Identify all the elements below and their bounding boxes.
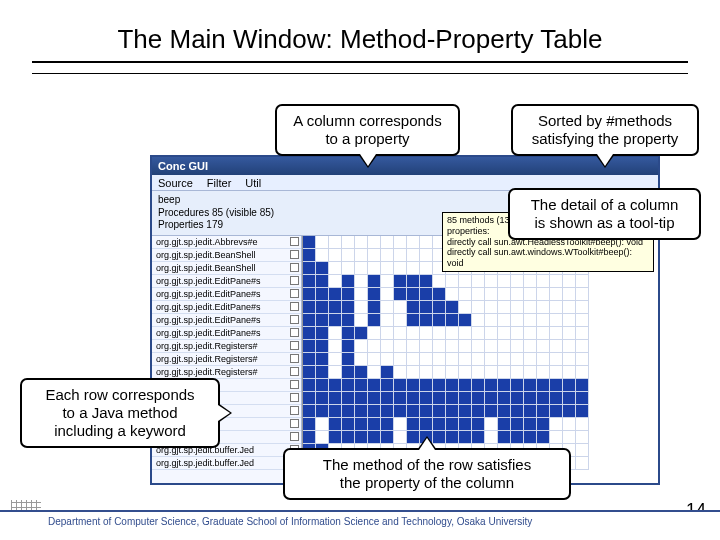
grid-cell[interactable] xyxy=(342,249,355,262)
grid-cell[interactable] xyxy=(420,366,433,379)
grid-cell[interactable] xyxy=(537,340,550,353)
grid-cell[interactable] xyxy=(576,431,589,444)
grid-cell[interactable] xyxy=(342,392,355,405)
grid-cell[interactable] xyxy=(498,314,511,327)
grid-cell[interactable] xyxy=(329,392,342,405)
grid-cell[interactable] xyxy=(303,366,316,379)
grid-cell[interactable] xyxy=(329,288,342,301)
grid-cell[interactable] xyxy=(446,327,459,340)
grid-cell[interactable] xyxy=(446,301,459,314)
grid-cell[interactable] xyxy=(407,353,420,366)
grid-cell[interactable] xyxy=(368,262,381,275)
grid-cell[interactable] xyxy=(329,275,342,288)
grid-cell[interactable] xyxy=(420,275,433,288)
grid-cell[interactable] xyxy=(342,288,355,301)
grid-cell[interactable] xyxy=(485,314,498,327)
grid-cell[interactable] xyxy=(381,340,394,353)
grid-cell[interactable] xyxy=(472,431,485,444)
grid-cell[interactable] xyxy=(355,418,368,431)
grid-cell[interactable] xyxy=(576,353,589,366)
method-row[interactable]: org.gjt.sp.jedit.Registers# xyxy=(152,353,301,366)
grid-cell[interactable] xyxy=(563,366,576,379)
grid-cell[interactable] xyxy=(316,418,329,431)
grid-cell[interactable] xyxy=(303,314,316,327)
grid-cell[interactable] xyxy=(563,405,576,418)
grid-cell[interactable] xyxy=(329,327,342,340)
grid-cell[interactable] xyxy=(355,340,368,353)
grid-cell[interactable] xyxy=(329,262,342,275)
grid-cell[interactable] xyxy=(342,353,355,366)
grid-cell[interactable] xyxy=(355,249,368,262)
grid-cell[interactable] xyxy=(316,353,329,366)
grid-cell[interactable] xyxy=(394,392,407,405)
grid-cell[interactable] xyxy=(329,353,342,366)
grid-cell[interactable] xyxy=(368,314,381,327)
grid-cell[interactable] xyxy=(368,431,381,444)
grid-cell[interactable] xyxy=(576,288,589,301)
grid-cell[interactable] xyxy=(550,314,563,327)
grid-cell[interactable] xyxy=(329,366,342,379)
grid-cell[interactable] xyxy=(485,327,498,340)
grid-cell[interactable] xyxy=(485,405,498,418)
grid-cell[interactable] xyxy=(394,379,407,392)
grid-cell[interactable] xyxy=(446,288,459,301)
grid-cell[interactable] xyxy=(459,392,472,405)
grid-cell[interactable] xyxy=(446,431,459,444)
grid-cell[interactable] xyxy=(303,327,316,340)
grid-cell[interactable] xyxy=(407,366,420,379)
grid-cell[interactable] xyxy=(381,275,394,288)
grid-cell[interactable] xyxy=(316,379,329,392)
grid-cell[interactable] xyxy=(381,249,394,262)
grid-cell[interactable] xyxy=(329,340,342,353)
grid-cell[interactable] xyxy=(563,418,576,431)
grid-cell[interactable] xyxy=(316,327,329,340)
grid-cell[interactable] xyxy=(472,366,485,379)
grid-cell[interactable] xyxy=(355,236,368,249)
method-row[interactable]: org.gjt.sp.jedit.Abbrevs#e xyxy=(152,236,301,249)
grid-cell[interactable] xyxy=(498,405,511,418)
grid-cell[interactable] xyxy=(537,405,550,418)
grid-cell[interactable] xyxy=(524,288,537,301)
grid-cell[interactable] xyxy=(459,353,472,366)
method-row[interactable]: org.gjt.sp.jedit.EditPane#s xyxy=(152,301,301,314)
grid-cell[interactable] xyxy=(381,405,394,418)
grid-cell[interactable] xyxy=(342,327,355,340)
grid-cell[interactable] xyxy=(511,366,524,379)
grid-cell[interactable] xyxy=(459,431,472,444)
grid-cell[interactable] xyxy=(433,314,446,327)
grid-cell[interactable] xyxy=(420,314,433,327)
grid-cell[interactable] xyxy=(420,418,433,431)
grid-cell[interactable] xyxy=(433,353,446,366)
grid-cell[interactable] xyxy=(576,444,589,457)
grid-cell[interactable] xyxy=(498,418,511,431)
grid-cell[interactable] xyxy=(329,301,342,314)
grid-cell[interactable] xyxy=(407,236,420,249)
grid-cell[interactable] xyxy=(498,301,511,314)
grid-cell[interactable] xyxy=(355,431,368,444)
grid-cell[interactable] xyxy=(407,314,420,327)
grid-cell[interactable] xyxy=(511,353,524,366)
grid-cell[interactable] xyxy=(381,431,394,444)
grid-cell[interactable] xyxy=(303,249,316,262)
grid-cell[interactable] xyxy=(394,431,407,444)
grid-cell[interactable] xyxy=(355,353,368,366)
grid-cell[interactable] xyxy=(303,353,316,366)
grid-cell[interactable] xyxy=(485,340,498,353)
grid-cell[interactable] xyxy=(342,301,355,314)
grid-cell[interactable] xyxy=(368,288,381,301)
grid-cell[interactable] xyxy=(433,340,446,353)
grid-cell[interactable] xyxy=(394,314,407,327)
method-row[interactable]: org.gjt.sp.jedit.EditPane#s xyxy=(152,327,301,340)
grid-cell[interactable] xyxy=(303,236,316,249)
grid-cell[interactable] xyxy=(394,249,407,262)
grid-cell[interactable] xyxy=(355,314,368,327)
grid-cell[interactable] xyxy=(329,379,342,392)
grid-cell[interactable] xyxy=(355,379,368,392)
grid-cell[interactable] xyxy=(537,392,550,405)
grid-cell[interactable] xyxy=(485,301,498,314)
grid-cell[interactable] xyxy=(472,353,485,366)
grid-cell[interactable] xyxy=(498,431,511,444)
grid-cell[interactable] xyxy=(329,405,342,418)
grid-cell[interactable] xyxy=(472,392,485,405)
grid-cell[interactable] xyxy=(368,418,381,431)
